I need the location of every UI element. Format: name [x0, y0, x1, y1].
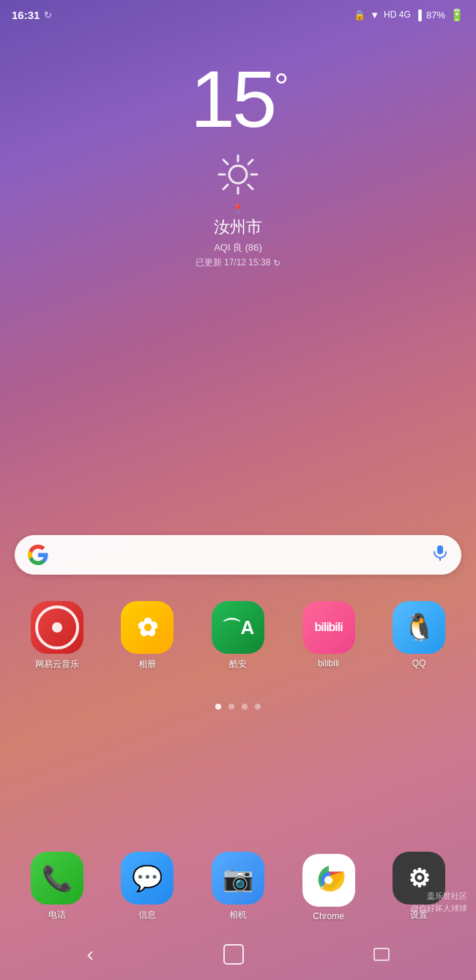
- app-item-kuan[interactable]: ⌒A 酷安: [212, 601, 264, 671]
- dock-icon-camera[interactable]: 📷: [212, 852, 264, 905]
- watermark: 盖乐世社区 @你好坏人球球: [411, 890, 467, 914]
- phone-symbol: 📞: [42, 863, 72, 893]
- dock-label-chrome: Chrome: [313, 911, 344, 921]
- app-item-bilibili[interactable]: bilibili bilibili: [302, 601, 355, 671]
- page-dot-3[interactable]: [255, 704, 261, 710]
- pin-icon: 📍: [232, 204, 244, 215]
- dock-item-phone[interactable]: 📞 电话: [31, 852, 83, 921]
- svg-point-13: [325, 877, 332, 884]
- google-logo: [28, 545, 48, 565]
- app-grid: 网易云音乐 ✿ 相册 ⌒A 酷安 bilibili bilibili 🐧 QQ: [0, 601, 476, 671]
- svg-line-6: [248, 185, 253, 189]
- temperature-display: 15°: [190, 59, 286, 139]
- nav-bar: ‹: [0, 929, 476, 980]
- app-icon-qq[interactable]: 🐧: [393, 601, 445, 654]
- app-item-netease[interactable]: 网易云音乐: [31, 601, 83, 671]
- app-item-qq[interactable]: 🐧 QQ: [393, 601, 445, 671]
- home-button[interactable]: [223, 944, 244, 965]
- dock-item-camera[interactable]: 📷 相机: [212, 852, 264, 921]
- dock-item-messages[interactable]: 💬 信息: [121, 852, 174, 921]
- weather-icon: [216, 152, 260, 196]
- status-time: 16:31: [12, 9, 40, 21]
- sync-icon: ↻: [44, 10, 52, 21]
- refresh-icon: ↻: [273, 258, 280, 268]
- app-label-kuan: 酷安: [229, 658, 247, 671]
- dock-icon-chrome[interactable]: [302, 854, 355, 907]
- search-bar-wrap[interactable]: [15, 535, 461, 575]
- location-pin: 📍: [232, 204, 244, 215]
- app-label-photos: 相册: [138, 658, 156, 671]
- netease-logo: [35, 605, 79, 649]
- kuan-logo-text: ⌒A: [222, 615, 255, 641]
- recents-button[interactable]: [373, 948, 390, 961]
- back-button[interactable]: ‹: [86, 943, 93, 966]
- city-name: 汝州市: [214, 216, 262, 238]
- network-label: HD 4G: [384, 10, 411, 20]
- app-label-qq: QQ: [412, 658, 426, 668]
- lock-icon: 🔒: [354, 10, 365, 21]
- dock-label-camera: 相机: [229, 909, 247, 921]
- app-icon-photos[interactable]: ✿: [121, 601, 174, 654]
- aqi-info: AQI 良 (86): [214, 241, 262, 254]
- dock-label-messages: 信息: [138, 909, 156, 921]
- updated-time: 已更新 17/12 15:38 ↻: [196, 257, 281, 269]
- photos-symbol: ✿: [137, 613, 157, 642]
- app-icon-bilibili[interactable]: bilibili: [302, 601, 355, 654]
- dock-icon-messages[interactable]: 💬: [121, 852, 174, 905]
- dock-item-chrome[interactable]: Chrome: [302, 854, 355, 921]
- weather-widget[interactable]: 15° 📍 汝州市 AQI 良 (86) 已更新 17/12 15:38 ↻: [0, 59, 476, 269]
- dock-label-phone: 电话: [48, 909, 66, 921]
- qq-penguin-icon: 🐧: [403, 612, 436, 643]
- messages-symbol: 💬: [132, 863, 163, 893]
- watermark-line1: 盖乐世社区: [411, 890, 467, 902]
- svg-line-5: [223, 160, 228, 164]
- bilibili-logo-text: bilibili: [314, 621, 342, 634]
- microphone-icon[interactable]: [432, 545, 448, 565]
- sun-svg: [216, 152, 260, 196]
- status-right: 🔒 ▼ HD 4G ▐ 87% 🔋: [354, 8, 464, 22]
- dock-icon-phone[interactable]: 📞: [31, 852, 83, 905]
- dock: 📞 电话 💬 信息 📷 相机 Chrome: [0, 852, 476, 921]
- app-label-netease: 网易云音乐: [35, 658, 79, 671]
- settings-symbol: ⚙: [408, 863, 430, 893]
- chrome-logo-svg: [311, 863, 346, 898]
- app-icon-kuan[interactable]: ⌒A: [212, 601, 264, 654]
- watermark-line2: @你好坏人球球: [411, 902, 467, 915]
- signal-icon: ▐: [415, 10, 422, 21]
- wifi-icon: ▼: [370, 10, 379, 21]
- svg-line-7: [248, 160, 253, 164]
- app-label-bilibili: bilibili: [318, 658, 339, 668]
- battery-percent: 87%: [426, 10, 445, 21]
- app-item-photos[interactable]: ✿ 相册: [121, 601, 174, 671]
- svg-point-0: [229, 166, 247, 183]
- page-dot-1[interactable]: [228, 704, 234, 710]
- degree-symbol: °: [274, 66, 286, 107]
- svg-rect-9: [437, 545, 443, 554]
- page-dots: [0, 704, 476, 710]
- battery-icon: 🔋: [450, 8, 464, 22]
- google-search-bar[interactable]: [15, 535, 461, 575]
- status-bar: 16:31 ↻ 🔒 ▼ HD 4G ▐ 87% 🔋: [0, 0, 476, 29]
- camera-symbol: 📷: [223, 863, 253, 893]
- temperature-value: 15: [190, 54, 274, 144]
- page-dot-2[interactable]: [242, 704, 248, 710]
- page-dot-0[interactable]: [215, 704, 221, 710]
- app-icon-netease[interactable]: [31, 601, 83, 654]
- status-left: 16:31 ↻: [12, 9, 52, 21]
- svg-line-8: [223, 185, 228, 189]
